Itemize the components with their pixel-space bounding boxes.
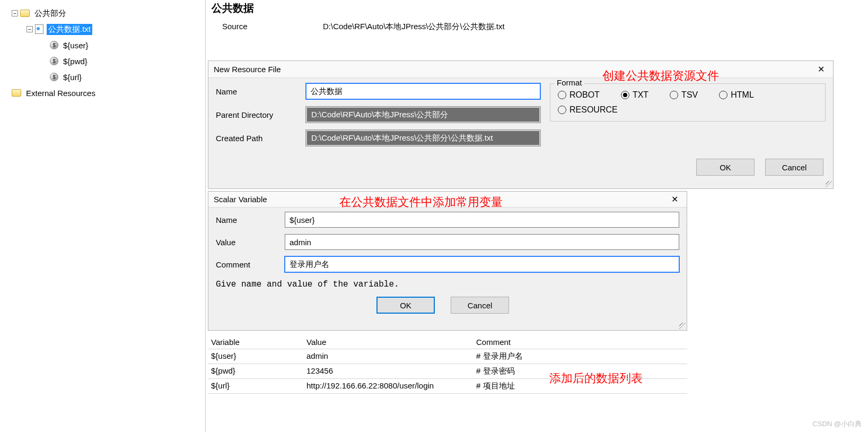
tree-label-public-data-txt: 公共数据.txt — [47, 24, 92, 35]
format-radio-resource[interactable]: RESOURCE — [558, 105, 618, 115]
tree-label-public-part: 公共部分 — [33, 8, 68, 19]
source-label: Source — [222, 22, 323, 32]
cancel-button[interactable]: Cancel — [765, 159, 823, 176]
cell-variable: ${url} — [211, 381, 306, 391]
tree-label-external-resources: External Resources — [24, 88, 97, 98]
col-value: Value — [306, 338, 476, 347]
col-variable: Variable — [211, 338, 306, 347]
scalar-comment-input[interactable] — [285, 256, 679, 272]
comment-label: Comment — [216, 260, 285, 269]
new-resource-file-dialog: New Resource File ✕ Name Parent Director… — [208, 61, 834, 189]
name-label: Name — [216, 87, 306, 96]
format-label-txt: TXT — [633, 90, 648, 100]
col-comment: Comment — [476, 338, 684, 347]
cell-comment: # 登录用户名 — [476, 351, 684, 361]
cell-value: 123456 — [306, 366, 476, 376]
format-legend: Format — [555, 78, 584, 87]
variable-icon: $ — [50, 41, 58, 49]
resize-grip-icon[interactable] — [679, 323, 686, 329]
tree-row-var-url[interactable]: $ ${url} — [4, 69, 201, 85]
format-radio-txt[interactable]: TXT — [621, 90, 648, 100]
close-icon[interactable]: ✕ — [814, 64, 828, 74]
resize-grip-icon[interactable] — [826, 181, 832, 187]
variable-icon: $ — [50, 57, 58, 65]
parent-dir-label: Parent Directory — [216, 110, 306, 119]
table-header-row: Variable Value Comment — [208, 335, 687, 349]
variable-icon: $ — [50, 73, 58, 81]
tree-row-var-pwd[interactable]: $ ${pwd} — [4, 53, 201, 69]
value-label: Value — [216, 238, 285, 247]
close-icon[interactable]: ✕ — [668, 194, 681, 204]
created-path-input — [306, 130, 540, 146]
format-radio-html[interactable]: HTML — [719, 90, 754, 100]
source-row: Source D:\Code\RF\Auto\本地JPress\公共部分\公共数… — [206, 19, 868, 39]
page-title: 公共数据 — [206, 0, 868, 19]
dialog-title: New Resource File — [214, 65, 281, 74]
annotation-1: 创建公共数据资源文件 — [602, 68, 719, 84]
table-row[interactable]: ${pwd} 123456 # 登录密码 — [208, 364, 687, 379]
scalar-variable-dialog: Scalar Variable ✕ Name Value Comment Giv… — [208, 191, 687, 331]
cell-comment: # 项目地址 — [476, 381, 684, 391]
ok-button[interactable]: OK — [376, 297, 435, 314]
tree-row-public-data-txt[interactable]: − 公共数据.txt — [4, 21, 201, 37]
dialog-title: Scalar Variable — [214, 195, 267, 204]
parent-dir-input — [306, 107, 540, 123]
cell-variable: ${pwd} — [211, 366, 306, 376]
watermark: CSDN @小白典 — [812, 419, 862, 429]
hint-text: Give name and value of the variable. — [216, 279, 679, 292]
format-radio-robot[interactable]: ROBOT — [558, 90, 600, 100]
tree-label-var-url: ${url} — [62, 72, 83, 82]
cell-value: admin — [306, 351, 476, 361]
file-icon — [35, 24, 43, 34]
source-value: D:\Code\RF\Auto\本地JPress\公共部分\公共数据.txt — [323, 22, 505, 32]
scalar-value-input[interactable] — [285, 234, 679, 250]
tree-label-var-pwd: ${pwd} — [62, 56, 89, 66]
format-group: Format ROBOT TXT TSV HTML RESOURCE — [550, 83, 826, 122]
ok-button[interactable]: OK — [696, 159, 755, 176]
name-input[interactable] — [306, 83, 540, 99]
tree-row-public-part[interactable]: − 公共部分 — [4, 5, 201, 21]
tree-row-external-resources[interactable]: External Resources — [4, 85, 201, 101]
folder-icon — [20, 10, 30, 17]
format-label-robot: ROBOT — [569, 90, 600, 100]
format-label-html: HTML — [731, 90, 754, 100]
name-label: Name — [216, 215, 285, 224]
tree-toggle-icon[interactable]: − — [27, 26, 33, 32]
tree-label-var-user: ${user} — [62, 40, 90, 50]
format-label-resource: RESOURCE — [569, 105, 618, 115]
table-row[interactable]: ${url} http://192.166.66.22:8080/user/lo… — [208, 379, 687, 394]
variable-table: Variable Value Comment ${user} admin # 登… — [208, 335, 687, 394]
table-row[interactable]: ${user} admin # 登录用户名 — [208, 349, 687, 364]
format-radio-tsv[interactable]: TSV — [670, 90, 698, 100]
cell-value: http://192.166.66.22:8080/user/login — [306, 381, 476, 391]
tree-toggle-icon[interactable]: − — [12, 10, 18, 16]
cell-comment: # 登录密码 — [476, 366, 684, 376]
scalar-name-input[interactable] — [285, 212, 679, 228]
tree-panel: − 公共部分 − 公共数据.txt $ ${user} $ ${pwd} $ $… — [0, 0, 206, 432]
cell-variable: ${user} — [211, 351, 306, 361]
dialog-title-bar: New Resource File ✕ — [208, 61, 833, 78]
format-label-tsv: TSV — [681, 90, 698, 100]
annotation-2: 在公共数据文件中添加常用变量 — [339, 194, 503, 210]
folder-icon — [12, 89, 21, 97]
created-path-label: Created Path — [216, 134, 306, 143]
cancel-button[interactable]: Cancel — [451, 297, 509, 314]
tree-row-var-user[interactable]: $ ${user} — [4, 37, 201, 53]
